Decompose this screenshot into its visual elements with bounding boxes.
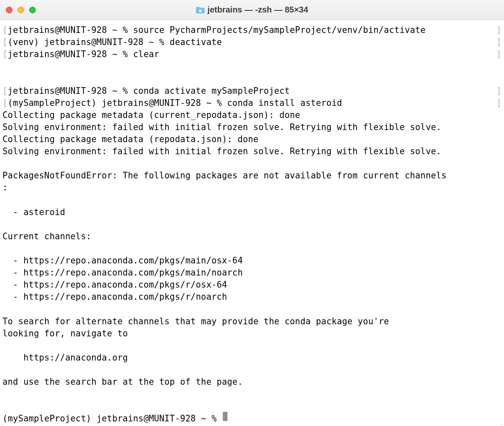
terminal-line: - https://repo.anaconda.com/pkgs/r/noarc… bbox=[2, 291, 502, 303]
terminal-line: Current channels: bbox=[2, 231, 502, 243]
terminal-text: Collecting package metadata (current_rep… bbox=[2, 109, 300, 121]
terminal-text: (mySampleProject) jetbrains@MUNIT-928 ~ … bbox=[8, 97, 497, 109]
window-controls bbox=[6, 7, 36, 13]
terminal-text: Current channels: bbox=[2, 231, 91, 243]
terminal-text: - asteroid bbox=[2, 206, 65, 218]
cursor-icon bbox=[223, 412, 227, 421]
terminal-text bbox=[2, 303, 8, 316]
prompt-left-bracket: [ bbox=[2, 85, 8, 97]
terminal-line: Collecting package metadata (repodata.js… bbox=[2, 133, 502, 145]
terminal-line: [jetbrains@MUNIT-928 ~ % source PycharmP… bbox=[2, 24, 502, 36]
terminal-line bbox=[2, 73, 502, 85]
terminal-text bbox=[2, 340, 8, 352]
terminal-text bbox=[2, 243, 8, 255]
maximize-button[interactable] bbox=[29, 7, 36, 13]
terminal-text bbox=[2, 158, 8, 170]
terminal-line bbox=[2, 388, 502, 400]
prompt-left-bracket: [ bbox=[2, 24, 8, 36]
prompt-right-bracket: ] bbox=[496, 85, 502, 97]
terminal-line: https://anaconda.org bbox=[2, 352, 502, 364]
prompt-right-bracket: ] bbox=[496, 24, 502, 36]
terminal-window: jetbrains — -zsh — 85×34 [jetbrains@MUNI… bbox=[0, 0, 504, 426]
terminal-line bbox=[2, 303, 502, 316]
terminal-line: - asteroid bbox=[2, 206, 502, 218]
terminal-line: [(venv) jetbrains@MUNIT-928 ~ % deactiva… bbox=[2, 36, 502, 48]
terminal-text: jetbrains@MUNIT-928 ~ % conda activate m… bbox=[8, 85, 497, 97]
window-title-text: jetbrains — -zsh — 85×34 bbox=[207, 5, 308, 15]
prompt-right-bracket: ] bbox=[496, 48, 502, 60]
minimize-button[interactable] bbox=[17, 7, 24, 13]
terminal-text bbox=[2, 388, 8, 400]
terminal-line bbox=[2, 243, 502, 255]
terminal-text: jetbrains@MUNIT-928 ~ % clear bbox=[8, 48, 497, 60]
terminal-text: : bbox=[2, 182, 8, 194]
terminal-line bbox=[2, 218, 502, 231]
prompt-right-bracket: ] bbox=[496, 97, 502, 109]
terminal-text: - https://repo.anaconda.com/pkgs/r/osx-6… bbox=[2, 279, 227, 291]
terminal-line bbox=[2, 158, 502, 170]
terminal-line: To search for alternate channels that ma… bbox=[2, 316, 502, 328]
window-title: jetbrains — -zsh — 85×34 bbox=[0, 5, 504, 15]
terminal-text: and use the search bar at the top of the… bbox=[2, 376, 243, 388]
terminal-line: (mySampleProject) jetbrains@MUNIT-928 ~ … bbox=[2, 413, 502, 425]
terminal-line bbox=[2, 364, 502, 376]
folder-icon bbox=[196, 6, 205, 14]
prompt-left-bracket: [ bbox=[2, 97, 8, 109]
terminal-line: Solving environment: failed with initial… bbox=[2, 121, 502, 133]
terminal-line bbox=[2, 194, 502, 206]
terminal-text: looking for, navigate to bbox=[2, 328, 128, 340]
terminal-line bbox=[2, 60, 502, 73]
titlebar: jetbrains — -zsh — 85×34 bbox=[0, 0, 504, 20]
terminal-line: [jetbrains@MUNIT-928 ~ % clear] bbox=[2, 48, 502, 60]
terminal-text bbox=[2, 400, 8, 412]
terminal-line: Collecting package metadata (current_rep… bbox=[2, 109, 502, 121]
terminal-text bbox=[2, 218, 8, 231]
prompt-left-bracket: [ bbox=[2, 36, 8, 48]
terminal-line: - https://repo.anaconda.com/pkgs/main/no… bbox=[2, 267, 502, 279]
terminal-text bbox=[2, 60, 8, 73]
terminal-line: looking for, navigate to bbox=[2, 328, 502, 340]
terminal-output[interactable]: [jetbrains@MUNIT-928 ~ % source PycharmP… bbox=[0, 20, 504, 426]
terminal-line: PackagesNotFoundError: The following pac… bbox=[2, 170, 502, 182]
terminal-text bbox=[2, 73, 8, 85]
terminal-text: To search for alternate channels that ma… bbox=[2, 316, 389, 328]
terminal-text: Solving environment: failed with initial… bbox=[2, 121, 442, 133]
terminal-line: : bbox=[2, 182, 502, 194]
terminal-prompt[interactable]: (mySampleProject) jetbrains@MUNIT-928 ~ … bbox=[2, 413, 222, 425]
prompt-left-bracket: [ bbox=[2, 48, 8, 60]
terminal-text: PackagesNotFoundError: The following pac… bbox=[2, 170, 447, 182]
terminal-text: Collecting package metadata (repodata.js… bbox=[2, 133, 259, 145]
terminal-text: - https://repo.anaconda.com/pkgs/main/no… bbox=[2, 267, 243, 279]
prompt-right-bracket: ] bbox=[496, 36, 502, 48]
terminal-line: [(mySampleProject) jetbrains@MUNIT-928 ~… bbox=[2, 97, 502, 109]
terminal-text: - https://repo.anaconda.com/pkgs/r/noarc… bbox=[2, 291, 227, 303]
terminal-text: (venv) jetbrains@MUNIT-928 ~ % deactivat… bbox=[8, 36, 497, 48]
terminal-line: and use the search bar at the top of the… bbox=[2, 376, 502, 388]
terminal-text: jetbrains@MUNIT-928 ~ % source PycharmPr… bbox=[8, 24, 497, 36]
terminal-line bbox=[2, 400, 502, 412]
terminal-line: - https://repo.anaconda.com/pkgs/r/osx-6… bbox=[2, 279, 502, 291]
terminal-text bbox=[2, 194, 8, 206]
terminal-text: - https://repo.anaconda.com/pkgs/main/os… bbox=[2, 255, 243, 267]
terminal-text: https://anaconda.org bbox=[2, 352, 128, 364]
terminal-text bbox=[2, 364, 8, 376]
svg-rect-0 bbox=[199, 10, 202, 12]
terminal-line: [jetbrains@MUNIT-928 ~ % conda activate … bbox=[2, 85, 502, 97]
terminal-line: Solving environment: failed with initial… bbox=[2, 145, 502, 158]
terminal-line bbox=[2, 340, 502, 352]
close-button[interactable] bbox=[6, 7, 12, 13]
terminal-line: - https://repo.anaconda.com/pkgs/main/os… bbox=[2, 255, 502, 267]
terminal-text: Solving environment: failed with initial… bbox=[2, 145, 442, 158]
